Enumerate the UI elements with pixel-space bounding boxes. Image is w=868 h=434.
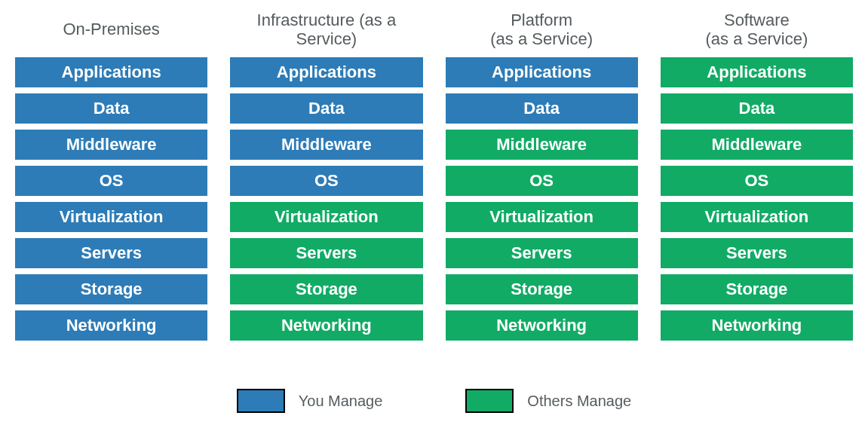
layer-applications: Applications: [15, 57, 207, 87]
column-saas: Software (as a Service) Applications Dat…: [661, 8, 853, 344]
column-title: Platform (as a Service): [490, 8, 593, 51]
layer-data: Data: [446, 93, 638, 124]
column-title: Software (as a Service): [706, 8, 808, 51]
legend-swatch-others: [465, 389, 514, 413]
layer-servers: Servers: [230, 238, 422, 268]
layer-virtualization: Virtualization: [15, 202, 207, 232]
layer-middleware: Middleware: [661, 130, 853, 160]
layer-applications: Applications: [661, 57, 853, 87]
layer-networking: Networking: [661, 310, 853, 341]
layer-applications: Applications: [230, 57, 422, 87]
layer-data: Data: [661, 93, 853, 124]
layer-virtualization: Virtualization: [661, 202, 853, 232]
layer-os: OS: [230, 166, 422, 196]
layer-middleware: Middleware: [446, 130, 638, 160]
layer-servers: Servers: [446, 238, 638, 268]
legend-label: Others Manage: [527, 393, 631, 410]
layer-virtualization: Virtualization: [230, 202, 422, 232]
layer-os: OS: [15, 166, 207, 196]
layer-storage: Storage: [446, 274, 638, 304]
column-title: Infrastructure (as a Service): [257, 8, 397, 51]
column-title: On-Premises: [63, 8, 159, 51]
column-iaas: Infrastructure (as a Service) Applicatio…: [230, 8, 422, 344]
layer-networking: Networking: [15, 310, 207, 341]
layer-servers: Servers: [661, 238, 853, 268]
layer-data: Data: [15, 93, 207, 124]
layer-data: Data: [230, 93, 422, 124]
layer-servers: Servers: [15, 238, 207, 268]
layer-virtualization: Virtualization: [446, 202, 638, 232]
column-on-premises: On-Premises Applications Data Middleware…: [15, 8, 207, 344]
layer-os: OS: [446, 166, 638, 196]
layer-storage: Storage: [15, 274, 207, 304]
layer-applications: Applications: [446, 57, 638, 87]
legend: You Manage Others Manage: [15, 389, 853, 413]
layer-os: OS: [661, 166, 853, 196]
column-paas: Platform (as a Service) Applications Dat…: [446, 8, 638, 344]
legend-item-others-manage: Others Manage: [465, 389, 631, 413]
legend-swatch-you: [237, 389, 285, 413]
layer-networking: Networking: [446, 310, 638, 341]
service-model-columns: On-Premises Applications Data Middleware…: [15, 8, 853, 344]
legend-item-you-manage: You Manage: [237, 389, 383, 413]
legend-label: You Manage: [299, 393, 383, 410]
layer-storage: Storage: [661, 274, 853, 304]
layer-middleware: Middleware: [15, 130, 207, 160]
layer-networking: Networking: [230, 310, 422, 341]
layer-storage: Storage: [230, 274, 422, 304]
layer-middleware: Middleware: [230, 130, 422, 160]
